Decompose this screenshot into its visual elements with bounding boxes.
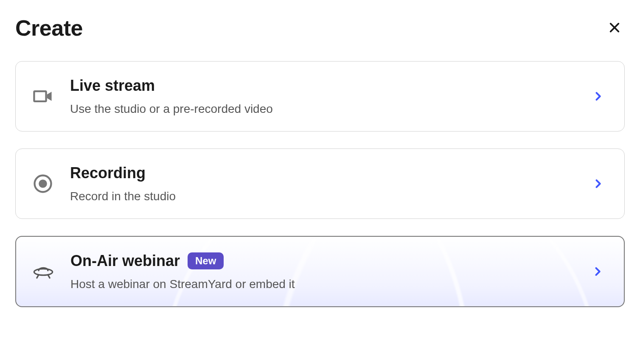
option-description: Host a webinar on StreamYard or embed it	[70, 277, 581, 291]
option-body: On-Air webinar New Host a webinar on Str…	[70, 252, 581, 291]
option-title-row: Live stream	[70, 77, 582, 95]
option-on-air-webinar[interactable]: On-Air webinar New Host a webinar on Str…	[15, 236, 625, 307]
ufo-icon	[31, 260, 55, 283]
option-title-row: On-Air webinar New	[70, 252, 581, 270]
option-title: On-Air webinar	[70, 252, 180, 270]
record-icon	[31, 172, 55, 196]
svg-line-6	[37, 275, 39, 278]
page-title: Create	[15, 15, 83, 41]
option-title: Live stream	[70, 77, 155, 95]
option-body: Live stream Use the studio or a pre-reco…	[70, 77, 582, 116]
svg-point-4	[39, 179, 47, 188]
option-live-stream[interactable]: Live stream Use the studio or a pre-reco…	[15, 61, 625, 132]
option-description: Use the studio or a pre-recorded video	[70, 102, 582, 116]
chevron-right-icon	[592, 90, 604, 102]
new-badge: New	[188, 252, 224, 269]
option-recording[interactable]: Recording Record in the studio	[15, 148, 625, 219]
option-body: Recording Record in the studio	[70, 164, 582, 203]
option-title-row: Recording	[70, 164, 582, 182]
chevron-right-icon	[592, 178, 604, 190]
chevron-right-icon	[592, 266, 604, 277]
close-icon	[608, 21, 621, 36]
close-button[interactable]	[604, 17, 625, 39]
option-description: Record in the studio	[70, 190, 582, 203]
svg-rect-2	[34, 91, 46, 101]
camera-icon	[31, 84, 55, 108]
svg-point-5	[34, 269, 52, 275]
options-list: Live stream Use the studio or a pre-reco…	[15, 61, 625, 307]
option-title: Recording	[70, 164, 146, 182]
svg-line-7	[48, 275, 50, 278]
modal-header: Create	[15, 15, 625, 41]
